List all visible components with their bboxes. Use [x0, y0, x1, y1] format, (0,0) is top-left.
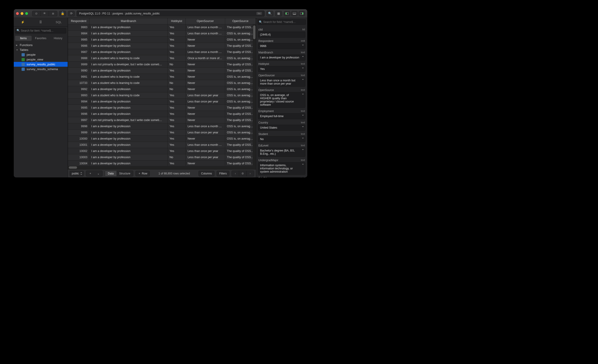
cell[interactable]: The quality of OSS a…	[225, 117, 256, 123]
cell[interactable]: 9998	[68, 123, 89, 130]
add-dropdown[interactable]: ⌄	[94, 171, 102, 176]
next-page-button[interactable]: ›	[247, 171, 254, 176]
cell[interactable]: 9994	[68, 99, 89, 105]
cell[interactable]: 9988	[68, 55, 89, 61]
cell[interactable]: Yes	[168, 31, 186, 37]
cell[interactable]: 9989	[68, 61, 89, 68]
cell[interactable]: Never	[185, 160, 225, 166]
cell[interactable]: Yes	[168, 24, 186, 31]
cell[interactable]: Yes	[168, 55, 186, 61]
prev-page-button[interactable]: ‹	[232, 171, 239, 176]
field-value[interactable]: Employed full-time	[258, 113, 305, 119]
cell[interactable]: I am a developer by profession	[89, 68, 168, 74]
field-value[interactable]: Yes	[258, 66, 305, 72]
cell[interactable]: I am a developer by profession	[89, 111, 168, 117]
cell[interactable]: Less than once a month b…	[185, 31, 225, 37]
cell[interactable]: Yes	[168, 43, 186, 49]
cell[interactable]: I am a developer by profession	[89, 37, 168, 43]
sidebar-mode-sql[interactable]: SQL	[50, 18, 68, 26]
back-button[interactable]: ⊘	[32, 11, 41, 16]
table-row[interactable]: 9983I am a developer by professionYesLes…	[68, 24, 256, 31]
table-row[interactable]: 10733I am a student who is learning to c…	[68, 80, 256, 86]
columns-button[interactable]: Columns	[199, 171, 214, 176]
column-header-Hobbyist[interactable]: Hobbyist	[168, 18, 186, 24]
cell[interactable]: Never	[185, 117, 225, 123]
cell[interactable]: I am a developer by profession	[89, 99, 168, 105]
cell[interactable]: 10000	[68, 136, 89, 142]
cell[interactable]: Never	[185, 61, 225, 68]
mode-data[interactable]: Data	[105, 171, 116, 176]
data-grid[interactable]: RespondentMainBranchHobbyistOpenSourcerO…	[68, 18, 256, 166]
sidebar-mode-db[interactable]: 🗄	[32, 18, 50, 26]
cell[interactable]: I am a student who is learning to code	[89, 74, 168, 80]
table-row[interactable]: 9990I am a developer by professionYesNev…	[68, 68, 256, 74]
cell[interactable]: The quality of OSS a…	[225, 160, 256, 166]
cell[interactable]: OSS is, on average, …	[225, 55, 256, 61]
sidebar-item-people[interactable]: people	[14, 52, 68, 57]
column-header-Respondent[interactable]: Respondent	[68, 18, 89, 24]
toggle-bottom-panel[interactable]	[291, 11, 298, 16]
cell[interactable]: 10003	[68, 154, 89, 160]
inspector-search-input[interactable]	[257, 19, 306, 25]
vertical-scrollbar[interactable]	[253, 24, 256, 166]
cell[interactable]: The quality of OSS a…	[225, 148, 256, 154]
cell[interactable]: Never	[185, 111, 225, 117]
cell[interactable]: 9997	[68, 117, 89, 123]
cell[interactable]: Yes	[168, 148, 186, 154]
table-row[interactable]: 9994I am a developer by professionYesLes…	[68, 99, 256, 105]
cell[interactable]: 9993	[68, 92, 89, 99]
close-button[interactable]	[16, 12, 19, 15]
cell[interactable]: 9996	[68, 111, 89, 117]
table-row[interactable]: 10002I am a developer by professionYesLe…	[68, 148, 256, 154]
filters-button[interactable]: Filters	[217, 171, 229, 176]
cell[interactable]: 9995	[68, 105, 89, 111]
cell[interactable]: 9985	[68, 37, 89, 43]
cell[interactable]: Never	[185, 68, 225, 74]
table-row[interactable]: 9985I am a developer by professionYesNev…	[68, 37, 256, 43]
toggle-right-panel[interactable]	[299, 11, 305, 16]
scroll-thumb[interactable]	[253, 25, 255, 39]
cell[interactable]: I am a developer by profession	[89, 123, 168, 130]
cell[interactable]: Yes	[168, 142, 186, 148]
cell[interactable]: I am a developer by profession	[89, 49, 168, 55]
cell[interactable]: Yes	[168, 117, 186, 123]
cell[interactable]: OSS is, on average, …	[225, 37, 256, 43]
tab-items[interactable]: Items	[15, 36, 32, 41]
column-header-OpenSourcer[interactable]: OpenSourcer	[185, 18, 225, 24]
cell[interactable]: 10002	[68, 148, 89, 154]
tab-history[interactable]: History	[50, 36, 66, 41]
cell[interactable]: I am a developer by profession	[89, 86, 168, 92]
cell[interactable]: OSS is, on average, …	[225, 80, 256, 86]
table-row[interactable]: 9999I am a developer by professionYesLes…	[68, 130, 256, 136]
cell[interactable]: 9983	[68, 24, 89, 31]
cell[interactable]: The quality of OSS a…	[225, 105, 256, 111]
toggle-left-panel[interactable]	[284, 11, 290, 16]
refresh-button[interactable]: ⟳	[68, 11, 75, 16]
cell[interactable]: Less than once per year	[185, 154, 225, 160]
cell[interactable]: I am a developer by profession	[89, 136, 168, 142]
cell[interactable]: I am a developer by profession	[89, 31, 168, 37]
cell[interactable]: Less than once per year	[185, 130, 225, 136]
cell[interactable]: 9992	[68, 86, 89, 92]
cell[interactable]: I am a developer by profession	[89, 105, 168, 111]
cell[interactable]: I am a developer by profession	[89, 43, 168, 49]
cell[interactable]: OSS is, on average, …	[225, 92, 256, 99]
cell[interactable]: OSS is, on average, …	[225, 99, 256, 105]
cell[interactable]: Yes	[168, 68, 186, 74]
cell[interactable]: No	[168, 154, 186, 160]
cell[interactable]: No	[168, 86, 186, 92]
cell[interactable]: I am a student who is learning to code	[89, 55, 168, 61]
cell[interactable]: 9990	[68, 68, 89, 74]
sidebar-item-people_view[interactable]: people_view	[14, 57, 68, 62]
table-row[interactable]: 9989I am not primarily a developer, but …	[68, 61, 256, 68]
table-row[interactable]: 9997I am not primarily a developer, but …	[68, 117, 256, 123]
cell[interactable]: Yes	[168, 123, 186, 130]
cell[interactable]: OSS is, on average, …	[225, 74, 256, 80]
cell[interactable]: 10001	[68, 142, 89, 148]
table-row[interactable]: 9995I am a developer by professionYesNev…	[68, 105, 256, 111]
cell[interactable]: The quality of OSS a…	[225, 49, 256, 55]
cell[interactable]: I am not primarily a developer, but I wr…	[89, 61, 168, 68]
sidebar-mode-connect[interactable]: ⚡	[14, 18, 32, 26]
cell[interactable]: The quality of OSS a…	[225, 142, 256, 148]
sidebar-item-survey_results_schema[interactable]: survey_results_schema	[14, 67, 68, 72]
